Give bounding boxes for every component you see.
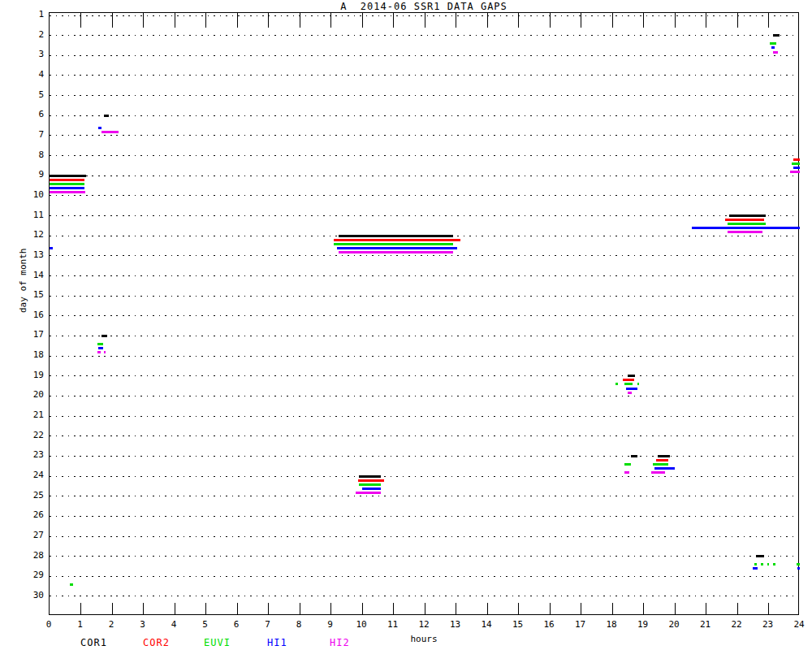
day-gridline bbox=[50, 375, 798, 377]
y-tick-label: 22 bbox=[0, 431, 44, 440]
gap-bar-hi1 bbox=[797, 567, 800, 570]
hour-tick-bottom bbox=[550, 603, 551, 614]
gap-bar-cor1 bbox=[50, 175, 86, 177]
gap-bar-cor2 bbox=[334, 239, 460, 241]
gap-bar-hi1 bbox=[793, 167, 800, 169]
hour-tick-bottom bbox=[175, 603, 175, 614]
x-tick-label: 14 bbox=[474, 619, 499, 630]
day-gridline bbox=[50, 315, 798, 317]
gap-bar-hi1 bbox=[98, 347, 104, 349]
gap-bar-hi1 bbox=[50, 187, 84, 189]
hour-tick-top bbox=[330, 13, 331, 28]
gap-bar-euvi bbox=[728, 223, 765, 225]
gap-bar-hi2 bbox=[651, 471, 665, 474]
gap-bar-euvi bbox=[359, 483, 381, 486]
hour-tick-top bbox=[237, 13, 238, 28]
y-tick-label: 29 bbox=[0, 570, 44, 580]
x-tick-label: 19 bbox=[631, 619, 655, 630]
chart-title: A 2014-06 SSR1 DATA GAPS bbox=[49, 1, 799, 12]
day-gridline bbox=[50, 215, 798, 217]
gap-bar-hi2 bbox=[104, 351, 106, 353]
y-tick-label: 30 bbox=[0, 591, 44, 600]
gap-bar-cor2 bbox=[50, 179, 84, 181]
day-gridline bbox=[50, 55, 798, 57]
y-tick-label: 14 bbox=[0, 271, 44, 280]
day-gridline bbox=[50, 356, 798, 358]
x-tick-label: 16 bbox=[537, 619, 561, 630]
gap-bar-hi2 bbox=[728, 231, 762, 233]
hour-tick-top bbox=[456, 13, 456, 28]
hour-tick-bottom bbox=[675, 603, 676, 614]
gap-bar-hi2 bbox=[356, 492, 381, 494]
gap-bar-euvi bbox=[792, 162, 800, 165]
day-gridline bbox=[50, 135, 798, 136]
y-tick-label: 7 bbox=[0, 130, 44, 140]
hour-tick-top bbox=[362, 13, 363, 28]
gap-bar-cor1 bbox=[756, 555, 764, 557]
day-gridline bbox=[50, 576, 798, 578]
hour-tick-bottom bbox=[268, 603, 269, 614]
gap-bar-euvi bbox=[773, 563, 775, 566]
hour-tick-top bbox=[300, 13, 300, 28]
gap-bar-euvi bbox=[797, 563, 800, 566]
gap-bar-hi2 bbox=[628, 392, 632, 394]
hour-tick-top bbox=[487, 13, 488, 28]
y-tick-label: 15 bbox=[0, 290, 44, 300]
hour-tick-top bbox=[143, 13, 144, 28]
y-tick-label: 3 bbox=[0, 50, 44, 59]
legend-item-hi1: HI1 bbox=[267, 637, 287, 648]
gap-bar-cor2 bbox=[656, 459, 668, 462]
hour-tick-bottom bbox=[612, 603, 613, 614]
day-gridline bbox=[50, 476, 798, 478]
x-tick-label: 17 bbox=[568, 619, 593, 630]
y-tick-label: 2 bbox=[0, 30, 44, 40]
gap-bar-hi2 bbox=[339, 251, 453, 254]
y-tick-label: 1 bbox=[0, 10, 44, 20]
legend-item-cor1: COR1 bbox=[80, 637, 107, 648]
day-gridline bbox=[50, 556, 798, 557]
legend-item-hi2: HI2 bbox=[330, 637, 350, 648]
gap-bar-hi1 bbox=[337, 247, 457, 249]
gap-bar-hi2 bbox=[624, 471, 629, 474]
hour-tick-bottom bbox=[518, 603, 519, 614]
gap-bar-hi2 bbox=[50, 191, 85, 193]
hour-tick-bottom bbox=[643, 603, 644, 614]
y-tick-label: 25 bbox=[0, 491, 44, 500]
x-tick-label: 24 bbox=[787, 619, 811, 630]
gap-bar-hi1 bbox=[626, 388, 637, 390]
y-tick-label: 26 bbox=[0, 510, 44, 520]
gap-bar-cor1 bbox=[729, 214, 765, 217]
hour-tick-top bbox=[737, 13, 738, 28]
x-tick-label: 22 bbox=[724, 619, 749, 630]
hour-tick-top bbox=[612, 13, 613, 28]
legend: COR1COR2EUVIHI1HI2 bbox=[0, 637, 812, 648]
day-gridline bbox=[50, 416, 798, 418]
y-tick-label: 13 bbox=[0, 250, 44, 260]
gap-bar-cor1 bbox=[104, 115, 109, 117]
hour-tick-top bbox=[175, 13, 175, 28]
day-gridline bbox=[50, 396, 798, 397]
x-tick-label: 0 bbox=[37, 619, 61, 630]
day-gridline bbox=[50, 95, 798, 97]
gap-bar-cor2 bbox=[725, 219, 764, 221]
hour-tick-bottom bbox=[300, 603, 300, 614]
gap-bar-cor1 bbox=[339, 235, 453, 237]
x-tick-label: 6 bbox=[224, 619, 248, 630]
day-gridline bbox=[50, 176, 798, 177]
gap-bar-euvi bbox=[50, 183, 84, 185]
hour-tick-bottom bbox=[456, 603, 456, 614]
hour-tick-bottom bbox=[581, 603, 581, 614]
gap-bar-cor1 bbox=[628, 375, 634, 377]
x-tick-label: 15 bbox=[506, 619, 530, 630]
x-tick-label: 13 bbox=[443, 619, 468, 630]
gap-bar-hi2 bbox=[97, 351, 101, 353]
x-tick-label: 18 bbox=[599, 619, 624, 630]
hour-tick-bottom bbox=[80, 603, 81, 614]
gap-bar-euvi bbox=[770, 42, 776, 45]
x-tick-label: 8 bbox=[287, 619, 311, 630]
day-gridline bbox=[50, 296, 798, 297]
y-tick-label: 12 bbox=[0, 230, 44, 240]
y-tick-label: 16 bbox=[0, 310, 44, 320]
gap-bar-euvi bbox=[334, 243, 452, 245]
legend-item-euvi: EUVI bbox=[204, 637, 231, 648]
